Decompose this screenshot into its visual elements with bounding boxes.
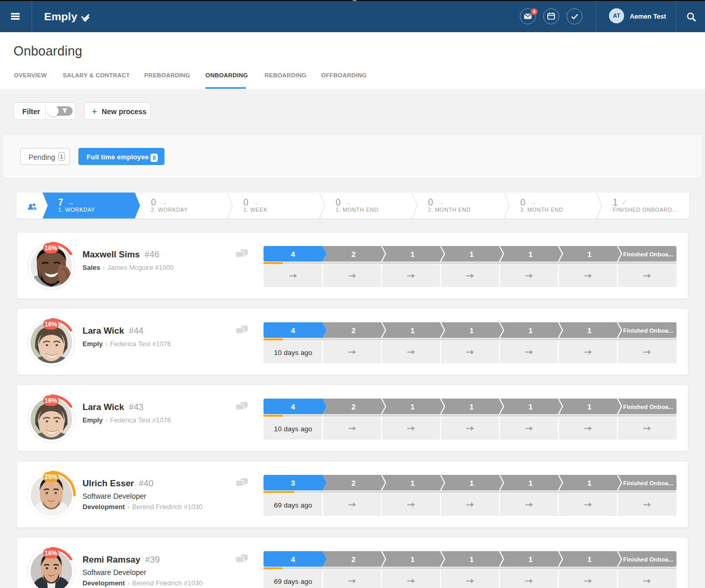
svg-text:1: 1 xyxy=(469,555,474,564)
svg-text:10 days ago: 10 days ago xyxy=(274,425,312,433)
svg-text:1: 1 xyxy=(587,403,591,411)
svg-text:1: 1 xyxy=(587,479,591,487)
svg-text:2. WORKDAY: 2. WORKDAY xyxy=(151,207,188,213)
svg-text:Finished Onboa...: Finished Onboa... xyxy=(623,556,673,563)
svg-text:2. MONTH END: 2. MONTH END xyxy=(428,207,471,213)
svg-text:3: 3 xyxy=(291,479,295,487)
svg-text:→: → xyxy=(252,198,259,207)
svg-text:2: 2 xyxy=(352,326,356,335)
svg-text:1: 1 xyxy=(529,403,533,411)
svg-text:1: 1 xyxy=(410,250,414,258)
svg-text:1. MONTH END: 1. MONTH END xyxy=(336,207,378,213)
svg-text:1: 1 xyxy=(469,403,474,411)
svg-text:0: 0 xyxy=(243,197,248,208)
svg-text:2: 2 xyxy=(352,403,356,411)
svg-text:69 days ago: 69 days ago xyxy=(274,578,312,585)
svg-text:1: 1 xyxy=(529,326,533,335)
svg-text:1: 1 xyxy=(469,326,474,335)
svg-text:→: → xyxy=(529,198,536,207)
svg-text:Finished Onboa...: Finished Onboa... xyxy=(623,480,673,486)
svg-text:4: 4 xyxy=(291,250,295,258)
svg-text:1. WORKDAY: 1. WORKDAY xyxy=(58,207,95,213)
svg-text:2: 2 xyxy=(352,555,356,564)
svg-text:→: → xyxy=(67,198,74,207)
svg-text:1: 1 xyxy=(587,326,591,335)
svg-text:4: 4 xyxy=(291,326,295,335)
svg-text:1: 1 xyxy=(529,479,533,487)
svg-text:1: 1 xyxy=(410,403,414,411)
svg-text:0: 0 xyxy=(336,197,341,208)
svg-text:✓: ✓ xyxy=(621,198,628,207)
svg-text:2: 2 xyxy=(352,479,356,487)
svg-text:Finished Onboa...: Finished Onboa... xyxy=(623,327,673,334)
svg-text:→: → xyxy=(344,198,352,207)
svg-text:4: 4 xyxy=(291,403,295,411)
svg-text:0: 0 xyxy=(151,197,156,208)
svg-text:1: 1 xyxy=(469,250,474,258)
svg-text:1: 1 xyxy=(529,250,533,258)
svg-text:7: 7 xyxy=(58,197,63,208)
svg-text:0: 0 xyxy=(428,197,433,208)
svg-text:1: 1 xyxy=(410,479,414,487)
svg-text:1: 1 xyxy=(587,250,591,258)
svg-text:Finished Onboa...: Finished Onboa... xyxy=(623,251,673,257)
svg-text:1: 1 xyxy=(469,479,474,487)
svg-text:2: 2 xyxy=(352,250,356,258)
svg-text:1: 1 xyxy=(410,555,414,564)
svg-text:0: 0 xyxy=(520,197,526,208)
svg-text:1: 1 xyxy=(613,197,618,208)
svg-text:1: 1 xyxy=(529,555,533,564)
svg-text:4: 4 xyxy=(291,555,295,564)
svg-text:1: 1 xyxy=(410,326,414,335)
svg-text:3. MONTH END: 3. MONTH END xyxy=(520,207,563,213)
svg-text:FINISHED ONBOARD...: FINISHED ONBOARD... xyxy=(613,207,678,213)
svg-text:69 days ago: 69 days ago xyxy=(274,501,312,509)
svg-text:1. WEEK: 1. WEEK xyxy=(243,207,268,213)
svg-text:1: 1 xyxy=(587,555,591,564)
svg-text:Finished Onboa...: Finished Onboa... xyxy=(623,404,673,410)
svg-text:10 days ago: 10 days ago xyxy=(274,349,312,357)
svg-text:→: → xyxy=(160,198,167,207)
svg-text:→: → xyxy=(437,198,444,207)
